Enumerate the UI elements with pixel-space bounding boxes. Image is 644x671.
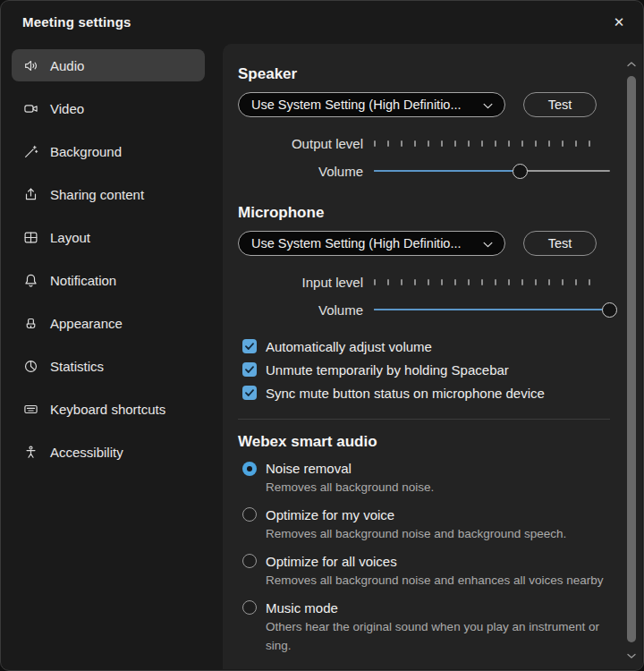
level-tick <box>387 279 389 285</box>
sidebar-item-label: Audio <box>50 58 84 73</box>
sidebar-item-label: Statistics <box>50 359 104 374</box>
checkbox-label: Unmute temporarily by holding Spacebar <box>266 362 509 378</box>
speaker-device-row: Use System Setting (High Definitio... Te… <box>238 92 610 117</box>
accessibility-icon <box>22 444 38 460</box>
radio-label: Music mode <box>266 600 338 616</box>
level-tick <box>401 140 402 147</box>
radio-description: Others hear the original sound when you … <box>266 618 610 656</box>
level-tick <box>428 140 429 147</box>
speaker-output-level-row: Output level <box>238 136 610 150</box>
sidebar-item-layout[interactable]: Layout <box>12 221 205 253</box>
slider-fill <box>374 309 610 310</box>
level-tick <box>508 140 510 147</box>
level-tick <box>548 140 550 147</box>
sidebar-item-label: Background <box>50 144 122 159</box>
speaker-volume-row: Volume <box>238 163 610 179</box>
sidebar-item-video[interactable]: Video <box>12 92 205 124</box>
dialog-title: Meeting settings <box>22 14 131 30</box>
sidebar-item-background[interactable]: Background <box>12 135 205 167</box>
input-level-label: Input level <box>238 275 363 290</box>
level-tick <box>481 279 483 285</box>
output-level-label: Output level <box>238 136 363 151</box>
radio-button[interactable] <box>242 462 257 476</box>
microphone-volume-label: Volume <box>238 302 363 318</box>
microphone-volume-thumb[interactable] <box>602 302 617 318</box>
speaker-volume-thumb[interactable] <box>513 164 528 179</box>
microphone-device-value: Use System Setting (High Definitio... <box>251 236 462 251</box>
level-tick <box>589 140 590 147</box>
speaker-device-dropdown[interactable]: Use System Setting (High Definitio... <box>238 92 505 117</box>
microphone-input-level-row: Input level <box>238 275 610 289</box>
sidebar-item-notification[interactable]: Notification <box>12 264 205 296</box>
level-tick <box>374 279 376 285</box>
level-tick <box>454 279 456 285</box>
layout-grid-icon <box>22 229 38 245</box>
radio-button[interactable] <box>242 507 257 522</box>
sidebar-item-appearance[interactable]: Appearance <box>12 307 205 339</box>
slider-fill <box>374 170 521 172</box>
level-tick <box>414 140 416 147</box>
microphone-device-dropdown[interactable]: Use System Setting (High Definitio... <box>238 231 505 256</box>
speaker-heading: Speaker <box>238 65 610 83</box>
radio-button[interactable] <box>242 554 257 568</box>
sidebar-item-label: Video <box>50 101 84 116</box>
speaker-output-level-meter <box>374 136 590 150</box>
level-tick <box>575 140 577 147</box>
scroll-down-icon[interactable] <box>626 651 637 660</box>
level-tick <box>575 279 577 285</box>
chevron-down-icon <box>483 98 493 112</box>
radio-label: Optimize for all voices <box>266 554 397 569</box>
vertical-scrollbar[interactable] <box>625 53 638 662</box>
radio-description: Removes all background noise. <box>266 479 610 497</box>
radio-button[interactable] <box>242 600 257 615</box>
checkbox-checked[interactable] <box>242 362 257 377</box>
sidebar-item-sharing-content[interactable]: Sharing content <box>12 178 205 210</box>
radio-label: Noise removal <box>266 461 352 476</box>
speaker-test-button[interactable]: Test <box>523 92 597 117</box>
checkbox-row[interactable]: Automatically adjust volume <box>238 335 610 358</box>
checkbox-row[interactable]: Unmute temporarily by holding Spacebar <box>238 358 610 381</box>
chevron-down-icon <box>483 236 493 251</box>
close-icon[interactable]: ✕ <box>608 12 630 33</box>
level-tick <box>468 279 470 285</box>
sidebar-item-accessibility[interactable]: Accessibility <box>12 436 205 468</box>
level-tick <box>521 140 523 147</box>
checkbox-row[interactable]: Sync mute button status on microphone de… <box>238 381 610 404</box>
microphone-test-button[interactable]: Test <box>523 231 597 256</box>
level-tick <box>481 140 483 147</box>
statistics-icon <box>22 358 38 374</box>
scroll-up-icon[interactable] <box>626 60 637 69</box>
level-tick <box>562 279 564 285</box>
scrollbar-thumb[interactable] <box>627 76 636 642</box>
sidebar-item-statistics[interactable]: Statistics <box>12 350 205 382</box>
sidebar-item-label: Appearance <box>50 316 123 331</box>
bell-icon <box>22 272 38 288</box>
level-tick <box>414 279 416 285</box>
sidebar-item-audio[interactable]: Audio <box>12 49 205 81</box>
sidebar-item-label: Accessibility <box>50 445 123 460</box>
level-tick <box>495 279 496 285</box>
checkbox-checked[interactable] <box>242 386 257 400</box>
microphone-checkbox-group: Automatically adjust volume Unmute tempo… <box>238 335 610 404</box>
checkbox-checked[interactable] <box>242 339 257 353</box>
level-tick <box>441 279 443 285</box>
sidebar-item-label: Keyboard shortcuts <box>50 402 165 417</box>
level-tick <box>535 140 537 147</box>
level-tick <box>428 279 429 285</box>
microphone-volume-slider[interactable] <box>374 302 610 318</box>
audio-settings-panel: Speaker Use System Setting (High Definit… <box>223 44 642 669</box>
level-tick <box>508 279 510 285</box>
magic-wand-icon <box>22 143 38 159</box>
sidebar-item-keyboard-shortcuts[interactable]: Keyboard shortcuts <box>12 393 205 425</box>
level-tick <box>495 140 496 147</box>
speaker-icon <box>22 57 38 73</box>
radio-option: Music mode Others hear the original soun… <box>238 600 610 656</box>
level-tick <box>387 140 389 147</box>
microphone-device-row: Use System Setting (High Definitio... Te… <box>238 231 610 256</box>
level-tick <box>589 279 590 285</box>
speaker-volume-slider[interactable] <box>374 163 610 179</box>
paintbrush-icon <box>22 315 38 331</box>
radio-description: Removes all background noise and enhance… <box>266 572 610 590</box>
level-tick <box>548 279 550 285</box>
share-icon <box>22 186 38 202</box>
